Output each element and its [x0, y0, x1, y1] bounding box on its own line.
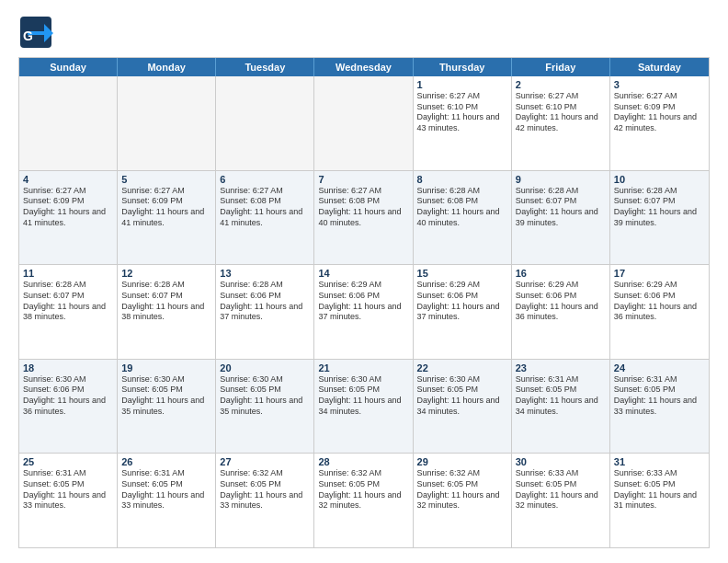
cell-info: Sunrise: 6:30 AMSunset: 6:05 PMDaylight:…: [121, 374, 211, 418]
day-of-week-header: Wednesday: [314, 58, 413, 76]
day-of-week-header: Saturday: [610, 58, 709, 76]
day-number: 11: [23, 268, 113, 279]
cell-info: Sunrise: 6:32 AMSunset: 6:05 PMDaylight:…: [417, 468, 507, 511]
cell-info: Sunrise: 6:27 AMSunset: 6:10 PMDaylight:…: [417, 91, 507, 134]
day-number: 29: [417, 456, 507, 467]
calendar-cell: 20 Sunrise: 6:30 AMSunset: 6:05 PMDaylig…: [216, 360, 314, 454]
calendar-week: 18 Sunrise: 6:30 AMSunset: 6:06 PMDaylig…: [19, 359, 709, 454]
calendar-body: 1 Sunrise: 6:27 AMSunset: 6:10 PMDayligh…: [19, 76, 709, 547]
calendar-cell: 22 Sunrise: 6:30 AMSunset: 6:05 PMDaylig…: [414, 360, 512, 454]
cell-info: Sunrise: 6:28 AMSunset: 6:06 PMDaylight:…: [220, 280, 310, 323]
calendar-cell: 19 Sunrise: 6:30 AMSunset: 6:05 PMDaylig…: [118, 360, 216, 454]
calendar-cell: [216, 76, 314, 170]
day-number: 2: [516, 79, 606, 90]
day-of-week-header: Friday: [512, 58, 610, 76]
day-of-week-header: Sunday: [19, 58, 118, 76]
day-number: 28: [318, 456, 408, 467]
day-number: 7: [318, 174, 408, 185]
day-number: 26: [121, 456, 211, 467]
day-number: 30: [516, 456, 606, 467]
calendar-cell: 3 Sunrise: 6:27 AMSunset: 6:09 PMDayligh…: [610, 76, 709, 170]
calendar-header: SundayMondayTuesdayWednesdayThursdayFrid…: [19, 58, 709, 76]
calendar-week: 11 Sunrise: 6:28 AMSunset: 6:07 PMDaylig…: [19, 264, 709, 359]
header: G: [18, 15, 710, 50]
calendar-cell: 10 Sunrise: 6:28 AMSunset: 6:07 PMDaylig…: [610, 171, 709, 265]
calendar-cell: 31 Sunrise: 6:33 AMSunset: 6:05 PMDaylig…: [610, 454, 709, 547]
calendar-cell: 5 Sunrise: 6:27 AMSunset: 6:09 PMDayligh…: [118, 171, 216, 265]
logo-icon: G: [18, 15, 53, 50]
cell-info: Sunrise: 6:33 AMSunset: 6:05 PMDaylight:…: [614, 468, 705, 511]
day-number: 6: [220, 174, 310, 185]
calendar-cell: [314, 76, 413, 170]
day-number: 24: [614, 362, 705, 373]
cell-info: Sunrise: 6:29 AMSunset: 6:06 PMDaylight:…: [318, 280, 408, 323]
cell-info: Sunrise: 6:31 AMSunset: 6:05 PMDaylight:…: [23, 468, 113, 511]
calendar-cell: 6 Sunrise: 6:27 AMSunset: 6:08 PMDayligh…: [216, 171, 314, 265]
day-number: 9: [516, 174, 606, 185]
day-number: 31: [614, 456, 705, 467]
calendar-cell: 24 Sunrise: 6:31 AMSunset: 6:05 PMDaylig…: [610, 360, 709, 454]
cell-info: Sunrise: 6:30 AMSunset: 6:05 PMDaylight:…: [220, 374, 310, 418]
calendar-cell: 16 Sunrise: 6:29 AMSunset: 6:06 PMDaylig…: [512, 265, 610, 359]
calendar-cell: [118, 76, 216, 170]
day-number: 16: [516, 268, 606, 279]
day-number: 5: [121, 174, 211, 185]
calendar-cell: 15 Sunrise: 6:29 AMSunset: 6:06 PMDaylig…: [414, 265, 512, 359]
day-number: 18: [23, 362, 113, 373]
calendar-cell: 28 Sunrise: 6:32 AMSunset: 6:05 PMDaylig…: [314, 454, 413, 547]
cell-info: Sunrise: 6:27 AMSunset: 6:09 PMDaylight:…: [23, 186, 113, 229]
cell-info: Sunrise: 6:31 AMSunset: 6:05 PMDaylight:…: [121, 468, 211, 511]
cell-info: Sunrise: 6:27 AMSunset: 6:08 PMDaylight:…: [220, 186, 310, 229]
day-number: 27: [220, 456, 310, 467]
calendar-week: 1 Sunrise: 6:27 AMSunset: 6:10 PMDayligh…: [19, 76, 709, 170]
cell-info: Sunrise: 6:30 AMSunset: 6:05 PMDaylight:…: [417, 374, 507, 418]
calendar-cell: 12 Sunrise: 6:28 AMSunset: 6:07 PMDaylig…: [118, 265, 216, 359]
cell-info: Sunrise: 6:29 AMSunset: 6:06 PMDaylight:…: [417, 280, 507, 323]
day-of-week-header: Thursday: [414, 58, 512, 76]
day-number: 1: [417, 79, 507, 90]
calendar-cell: 11 Sunrise: 6:28 AMSunset: 6:07 PMDaylig…: [19, 265, 118, 359]
cell-info: Sunrise: 6:27 AMSunset: 6:09 PMDaylight:…: [121, 186, 211, 229]
cell-info: Sunrise: 6:29 AMSunset: 6:06 PMDaylight:…: [516, 280, 606, 323]
cell-info: Sunrise: 6:28 AMSunset: 6:07 PMDaylight:…: [516, 186, 606, 229]
cell-info: Sunrise: 6:29 AMSunset: 6:06 PMDaylight:…: [614, 280, 705, 323]
day-number: 15: [417, 268, 507, 279]
calendar-cell: 23 Sunrise: 6:31 AMSunset: 6:05 PMDaylig…: [512, 360, 610, 454]
cell-info: Sunrise: 6:27 AMSunset: 6:10 PMDaylight:…: [516, 91, 606, 134]
calendar-cell: 26 Sunrise: 6:31 AMSunset: 6:05 PMDaylig…: [118, 454, 216, 547]
calendar-cell: 1 Sunrise: 6:27 AMSunset: 6:10 PMDayligh…: [414, 76, 512, 170]
calendar-cell: [19, 76, 118, 170]
cell-info: Sunrise: 6:31 AMSunset: 6:05 PMDaylight:…: [614, 374, 705, 418]
day-number: 12: [121, 268, 211, 279]
calendar-cell: 21 Sunrise: 6:30 AMSunset: 6:05 PMDaylig…: [314, 360, 413, 454]
day-number: 19: [121, 362, 211, 373]
cell-info: Sunrise: 6:28 AMSunset: 6:07 PMDaylight:…: [121, 280, 211, 323]
day-of-week-header: Tuesday: [216, 58, 314, 76]
calendar-cell: 27 Sunrise: 6:32 AMSunset: 6:05 PMDaylig…: [216, 454, 314, 547]
day-number: 13: [220, 268, 310, 279]
day-number: 10: [614, 174, 705, 185]
cell-info: Sunrise: 6:27 AMSunset: 6:09 PMDaylight:…: [614, 91, 705, 134]
calendar-cell: 18 Sunrise: 6:30 AMSunset: 6:06 PMDaylig…: [19, 360, 118, 454]
day-number: 22: [417, 362, 507, 373]
calendar-cell: 4 Sunrise: 6:27 AMSunset: 6:09 PMDayligh…: [19, 171, 118, 265]
svg-text:G: G: [23, 29, 33, 43]
cell-info: Sunrise: 6:28 AMSunset: 6:07 PMDaylight:…: [614, 186, 705, 229]
calendar-cell: 17 Sunrise: 6:29 AMSunset: 6:06 PMDaylig…: [610, 265, 709, 359]
day-number: 3: [614, 79, 705, 90]
cell-info: Sunrise: 6:28 AMSunset: 6:07 PMDaylight:…: [23, 280, 113, 323]
calendar-cell: 25 Sunrise: 6:31 AMSunset: 6:05 PMDaylig…: [19, 454, 118, 547]
day-number: 23: [516, 362, 606, 373]
calendar-week: 4 Sunrise: 6:27 AMSunset: 6:09 PMDayligh…: [19, 170, 709, 265]
cell-info: Sunrise: 6:32 AMSunset: 6:05 PMDaylight:…: [318, 468, 408, 511]
day-number: 14: [318, 268, 408, 279]
day-number: 17: [614, 268, 705, 279]
cell-info: Sunrise: 6:32 AMSunset: 6:05 PMDaylight:…: [220, 468, 310, 511]
calendar-week: 25 Sunrise: 6:31 AMSunset: 6:05 PMDaylig…: [19, 453, 709, 547]
calendar-cell: 7 Sunrise: 6:27 AMSunset: 6:08 PMDayligh…: [314, 171, 413, 265]
cell-info: Sunrise: 6:31 AMSunset: 6:05 PMDaylight:…: [516, 374, 606, 418]
day-number: 25: [23, 456, 113, 467]
logo: G: [18, 15, 53, 50]
page: G SundayMondayTuesdayWednesdayThursdayFr…: [0, 0, 728, 563]
cell-info: Sunrise: 6:28 AMSunset: 6:08 PMDaylight:…: [417, 186, 507, 229]
